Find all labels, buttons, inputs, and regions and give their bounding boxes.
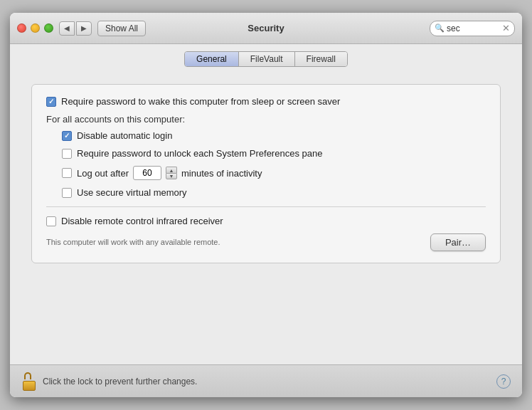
minimize-button[interactable] (31, 23, 40, 33)
remote-section: Disable remote control infrared receiver… (46, 216, 486, 251)
require-password-label: Require password to wake this computer f… (61, 96, 340, 107)
search-icon: 🔍 (435, 23, 445, 33)
disable-remote-checkbox[interactable] (46, 216, 56, 226)
bottom-bar: Click the lock to prevent further change… (10, 364, 522, 397)
separator (46, 206, 486, 207)
window: ◀ ▶ Show All Security 🔍 ✕ General FileVa… (10, 13, 522, 397)
lock-label: Click the lock to prevent further change… (43, 377, 197, 387)
logout-inline: Log out after ▲ ▼ minutes of inactivity (77, 166, 262, 180)
content-area: Require password to wake this computer f… (10, 73, 522, 364)
maximize-button[interactable] (44, 23, 53, 33)
traffic-lights (17, 23, 53, 33)
require-password-row: Require password to wake this computer f… (46, 96, 486, 107)
secure-memory-label: Use secure virtual memory (77, 187, 187, 198)
tab-firewall[interactable]: Firewall (295, 52, 347, 66)
search-input[interactable] (447, 23, 496, 33)
lock-icon[interactable] (21, 372, 37, 391)
tab-general[interactable]: General (185, 52, 239, 66)
disable-login-checkbox[interactable] (62, 131, 72, 141)
require-prefs-label: Require password to unlock each System P… (77, 148, 322, 159)
lock-body (23, 381, 36, 391)
tab-bar: General FileVault Firewall (10, 44, 522, 73)
titlebar: ◀ ▶ Show All Security 🔍 ✕ (10, 13, 522, 44)
search-clear-icon[interactable]: ✕ (502, 23, 510, 33)
disable-login-label: Disable automatic login (77, 130, 172, 141)
accounts-section: Disable automatic login Require password… (46, 130, 486, 198)
disable-remote-label: Disable remote control infrared receiver (61, 216, 223, 226)
for-all-label: For all accounts on this computer: (46, 114, 486, 125)
help-button[interactable]: ? (496, 374, 511, 389)
pair-button[interactable]: Pair… (430, 233, 486, 251)
settings-section: Require password to wake this computer f… (31, 84, 501, 263)
window-title: Security (248, 23, 284, 33)
require-prefs-row: Require password to unlock each System P… (62, 148, 486, 159)
logout-checkbox[interactable] (62, 168, 72, 178)
tab-group: General FileVault Firewall (184, 51, 348, 67)
search-bar: 🔍 ✕ (430, 21, 515, 36)
disable-login-row: Disable automatic login (62, 130, 486, 141)
nav-buttons: ◀ ▶ (59, 21, 92, 36)
logout-minutes-input[interactable] (133, 166, 161, 180)
remote-description: This computer will work with any availab… (46, 237, 220, 248)
forward-button[interactable]: ▶ (76, 21, 92, 36)
require-password-checkbox[interactable] (46, 97, 56, 107)
lock-shackle (24, 372, 31, 379)
logout-stepper: ▲ ▼ (166, 167, 177, 179)
tab-filevault[interactable]: FileVault (239, 52, 295, 66)
back-button[interactable]: ◀ (59, 21, 75, 36)
require-prefs-checkbox[interactable] (62, 149, 72, 159)
logout-stepper-down[interactable]: ▼ (166, 173, 177, 179)
disable-remote-row: Disable remote control infrared receiver (46, 216, 486, 226)
remote-pair-row: This computer will work with any availab… (46, 233, 486, 251)
secure-memory-row: Use secure virtual memory (62, 187, 486, 198)
logout-stepper-up[interactable]: ▲ (166, 167, 177, 173)
logout-label-before: Log out after (77, 168, 129, 179)
logout-row: Log out after ▲ ▼ minutes of inactivity (62, 166, 486, 180)
close-button[interactable] (17, 23, 26, 33)
secure-memory-checkbox[interactable] (62, 188, 72, 198)
show-all-button[interactable]: Show All (97, 21, 146, 36)
logout-label-after: minutes of inactivity (181, 168, 262, 179)
